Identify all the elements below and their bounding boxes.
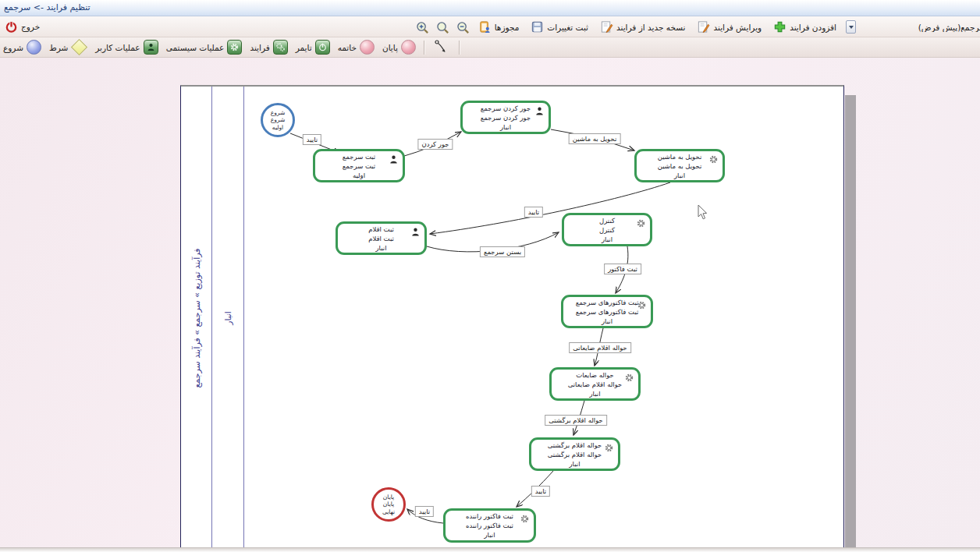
task-node-register-items[interactable]: ثبت اقلام ثبت اقلام انبار [336,221,427,255]
palette-terminate-label: خاتمه [338,43,357,52]
new-version-button[interactable]: نسخه جدید از فرایند [598,19,687,36]
edge-label[interactable]: تایید [303,134,321,145]
palette-condition-tool[interactable]: شرط [49,41,87,53]
end-event-node[interactable]: پایان پایان نهایی [371,487,406,522]
edge-label[interactable]: تایید [415,506,434,517]
task-node-register-total-invoices[interactable]: ثبت فاکتورهای سرجمع ثبت فاکتورهای سرجمع … [561,295,653,328]
permissions-clipboard-icon [478,20,492,34]
edit-process-label: ویرایش فرایند [713,23,762,32]
palette-start-tool[interactable]: شروع [3,40,41,55]
condition-diamond-icon [71,39,87,55]
palette-condition-label: شرط [49,43,68,52]
palette-user-operation-tool[interactable]: عملیات کاربر [95,40,158,55]
end-node-icon [401,40,416,55]
pool-header: فرآیند توزیع » سرجمع » فرآیند سرجمع [181,87,212,550]
user-task-icon [389,154,399,165]
window-titlebar: تنظیم فرایند -> سرجمع [0,0,980,16]
task-node-register-total[interactable]: ثبت سرجمع ثبت سرجمع اولیه [313,149,405,182]
gear-task-icon [637,300,647,310]
task-node-return-items-voucher[interactable]: حواله اقلام برگشتی حواله اقلام برگشتی ان… [529,437,620,471]
task-node-control[interactable]: کنترل کنترل انبار [562,213,652,246]
add-process-label: افزودن فرایند [790,23,836,32]
gear-task-icon [604,443,614,453]
timer-clock-icon [315,40,330,55]
system-operation-gear-icon [227,40,242,55]
permissions-label: مجوزها [495,23,520,32]
edge-label[interactable]: تحویل به ماشین [569,133,621,144]
edge-label[interactable]: تایید [531,486,550,497]
pool-title: فرآیند توزیع » سرجمع » فرآیند سرجمع [191,248,201,387]
palette-timer-tool[interactable]: تایمر [296,40,330,55]
new-version-label: نسخه جدید از فرایند [616,23,685,32]
start-event-node[interactable]: شروع شروع اولیه [261,103,295,137]
zoom-reset-icon[interactable] [435,20,449,34]
edge-label[interactable]: بستن سرجمع [480,246,525,257]
toolbar-right-group: مجوزها ثبت تغییرات نسخه ج [415,18,980,36]
palette-toolbar: شروع شرط عملیات کاربر عملیات سیستمی [0,37,980,58]
edit-process-button[interactable]: ویرایش فرایند [694,19,764,36]
user-operation-icon [144,40,158,55]
toolbar-separator [459,41,460,55]
exit-button[interactable]: خروج [2,18,42,35]
palette-end-label: پایان [382,43,398,52]
new-version-pencil-icon [600,20,613,34]
palette-start-label: شروع [3,43,23,52]
permissions-button[interactable]: مجوزها [476,19,522,36]
terminate-node-icon [360,40,375,55]
edge-label[interactable]: ثبت فاکتور [604,264,641,274]
task-node-deliver-to-machine[interactable]: تحویل به ماشین تحویل به ماشین انبار [634,149,725,182]
palette-process-tool[interactable]: فرایند [250,40,287,55]
process-combo-dropdown-button[interactable] [846,20,856,34]
edit-pencil-icon [697,20,710,34]
palette-end-tool[interactable]: پایان [382,40,416,55]
gear-task-icon [520,514,530,524]
process-design-canvas[interactable]: فرآیند توزیع » سرجمع » فرآیند سرجمع انبا… [180,85,844,548]
canvas-shadow [845,95,856,548]
flow-edges [181,87,845,550]
zoom-in-icon[interactable] [415,20,428,34]
exit-button-label: خروج [21,22,40,31]
zoom-out-icon[interactable] [456,20,469,34]
main-toolbar: خروج [0,16,980,37]
edge-label[interactable]: حواله اقلام ضایعاتی [569,342,631,353]
add-process-button[interactable]: افزودن فرایند [771,19,839,36]
task-node-sort-total[interactable]: جور کردن سرجمع جور کردن سرجمع انبار [460,101,551,134]
edge-label[interactable]: تایید [524,207,543,218]
power-icon [5,20,18,34]
process-combo-value[interactable]: سرجمع(پیش فرض) [863,23,980,32]
edge-label[interactable]: جور کردن [417,139,453,150]
edge-label[interactable]: حواله اقلام برگشتی [545,415,607,426]
connector-line-icon [432,39,451,56]
mouse-cursor [698,204,708,221]
process-gears-icon [273,40,288,55]
palette-timer-label: تایمر [296,43,312,52]
save-changes-button[interactable]: ثبت تغییرات [528,19,591,36]
gear-task-icon [624,373,634,383]
bottom-edge-strip [0,547,980,552]
palette-user-operation-label: عملیات کاربر [95,43,140,52]
palette-process-label: فرایند [250,43,269,52]
window-title: تنظیم فرایند -> سرجمع [4,2,91,12]
toolbar-separator [424,41,424,55]
palette-terminate-tool[interactable]: خاتمه [338,40,375,55]
save-changes-label: ثبت تغییرات [547,23,588,32]
user-task-icon [534,106,545,116]
save-floppy-icon [531,20,544,34]
task-node-waste-voucher[interactable]: حواله ضایعات حواله اقلام ضایعاتی انبار [549,367,641,401]
palette-system-operation-label: عملیات سیستمی [166,43,225,52]
start-node-icon [27,40,41,55]
palette-connector-tool[interactable] [432,39,451,56]
add-plus-icon [773,20,786,34]
task-node-driver-invoice[interactable]: ثبت فاکتور راننده ثبت فاکتور راننده انبا… [443,508,536,543]
gear-task-icon [636,218,646,228]
gear-task-icon [708,154,719,165]
lane-header: انبار [212,87,244,550]
palette-system-operation-tool[interactable]: عملیات سیستمی [166,40,243,55]
lane-title: انبار [223,311,233,324]
user-task-icon [410,227,421,237]
